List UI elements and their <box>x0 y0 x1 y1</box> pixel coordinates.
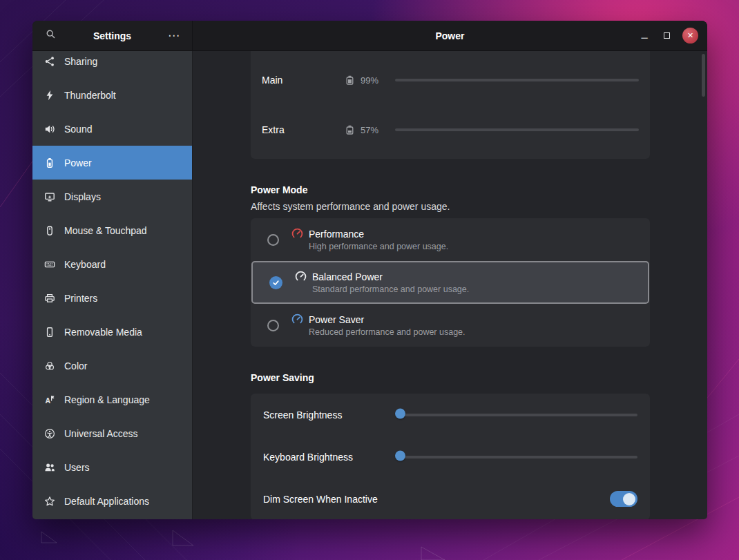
battery-row-extra: Extra 57% <box>251 105 650 155</box>
sidebar-item-default-applications[interactable]: Default Applications <box>32 484 192 518</box>
option-text: Balanced Power Standard performance and … <box>295 271 469 294</box>
power-mode-heading: Power Mode <box>251 184 650 196</box>
minimize-button[interactable]: ─ <box>638 30 651 42</box>
power-mode-card: Performance High performance and power u… <box>251 218 650 347</box>
sidebar-item-sharing[interactable]: Sharing <box>32 51 192 78</box>
battery-icon <box>44 157 55 168</box>
sidebar-item-label: Default Applications <box>64 496 149 507</box>
sidebar: Sharing Thunderbolt Sound Power Displays <box>32 51 193 519</box>
battery-percent: 99% <box>361 75 387 86</box>
search-button[interactable] <box>41 26 60 46</box>
option-text: Power Saver Reduced performance and powe… <box>291 313 466 337</box>
mouse-icon <box>44 225 55 236</box>
sidebar-item-power[interactable]: Power <box>32 146 192 180</box>
sidebar-item-label: Color <box>64 360 87 371</box>
radio-unchecked[interactable] <box>267 320 279 331</box>
display-icon <box>44 191 55 202</box>
close-button[interactable]: ✕ <box>682 28 698 44</box>
sidebar-item-displays[interactable]: Displays <box>32 180 192 213</box>
sidebar-item-printers[interactable]: Printers <box>32 281 192 315</box>
sidebar-item-label: Users <box>64 462 90 473</box>
option-label: Balanced Power <box>312 271 383 282</box>
power-mode-subtitle: Affects system performance and power usa… <box>251 201 650 213</box>
maximize-button[interactable] <box>660 30 673 42</box>
sidebar-item-label: Printers <box>64 293 97 304</box>
page-title: Power <box>435 30 464 41</box>
scrollbar-thumb[interactable] <box>702 54 705 97</box>
sidebar-item-region-language[interactable]: A Region & Language <box>32 383 192 416</box>
dim-screen-toggle[interactable] <box>610 491 637 507</box>
battery-card: Main 99% Extra 57% <box>251 51 650 159</box>
sidebar-item-removable-media[interactable]: Removable Media <box>32 315 192 349</box>
sidebar-item-users[interactable]: Users <box>32 450 192 484</box>
language-icon: A <box>44 394 55 405</box>
thunderbolt-icon <box>44 90 55 101</box>
toggle-knob <box>623 493 635 505</box>
close-icon: ✕ <box>687 31 693 40</box>
performance-gauge-icon <box>291 228 303 240</box>
check-icon <box>272 279 280 287</box>
option-description: Reduced performance and power usage. <box>309 327 466 337</box>
battery-name: Main <box>262 75 346 86</box>
battery-percent: 57% <box>361 125 387 135</box>
window-body: Sharing Thunderbolt Sound Power Displays <box>32 51 707 519</box>
keyboard-brightness-row: Keyboard Brightness <box>251 436 650 478</box>
printer-icon <box>44 293 55 304</box>
headerbar-sidebar-section: Settings ⋯ <box>32 21 193 50</box>
radio-unchecked[interactable] <box>267 234 279 246</box>
headerbar: Settings ⋯ Power ─ ✕ <box>32 21 707 51</box>
sidebar-item-sound[interactable]: Sound <box>32 112 192 146</box>
color-profile-icon <box>44 360 55 371</box>
battery-level-icon <box>346 125 354 135</box>
radio-checked[interactable] <box>269 276 282 289</box>
power-mode-option-performance[interactable]: Performance High performance and power u… <box>251 218 650 261</box>
sidebar-item-label: Keyboard <box>64 259 106 270</box>
minimize-icon: ─ <box>641 32 647 43</box>
sidebar-item-label: Power <box>64 157 92 168</box>
sidebar-item-color[interactable]: Color <box>32 349 192 383</box>
battery-progressbar <box>395 79 639 81</box>
share-icon <box>44 56 55 67</box>
sidebar-item-label: Mouse & Touchpad <box>64 225 147 236</box>
headerbar-content-section: Power ─ ✕ <box>193 21 707 50</box>
sidebar-item-universal-access[interactable]: Universal Access <box>32 416 192 450</box>
slider-handle[interactable] <box>395 408 405 418</box>
dim-screen-row: Dim Screen When Inactive <box>251 478 650 519</box>
menu-button[interactable]: ⋯ <box>164 26 184 46</box>
row-label: Dim Screen When Inactive <box>263 494 401 505</box>
sidebar-item-label: Displays <box>64 191 101 202</box>
balanced-gauge-icon <box>295 271 307 282</box>
sidebar-item-label: Removable Media <box>64 327 142 338</box>
users-icon <box>44 462 55 473</box>
removable-media-icon <box>44 327 55 338</box>
menu-dots-icon: ⋯ <box>168 28 180 43</box>
keyboard-brightness-slider[interactable] <box>401 456 637 458</box>
sidebar-item-label: Sharing <box>64 56 97 67</box>
sidebar-item-thunderbolt[interactable]: Thunderbolt <box>32 78 192 112</box>
option-label: Power Saver <box>309 314 364 325</box>
slider-handle[interactable] <box>395 450 405 461</box>
option-description: High performance and power usage. <box>309 242 448 251</box>
sidebar-item-label: Region & Language <box>64 394 150 405</box>
power-panel: Main 99% Extra 57% Power Mode Affects sy… <box>193 51 707 519</box>
row-label: Keyboard Brightness <box>263 452 401 463</box>
power-mode-option-power-saver[interactable]: Power Saver Reduced performance and powe… <box>251 304 650 347</box>
sidebar-item-label: Universal Access <box>64 428 138 439</box>
screen-brightness-row: Screen Brightness <box>251 394 650 436</box>
option-description: Standard performance and power usage. <box>312 284 469 294</box>
power-mode-option-balanced[interactable]: Balanced Power Standard performance and … <box>251 261 649 304</box>
row-label: Screen Brightness <box>263 409 401 421</box>
star-icon <box>44 496 55 507</box>
sound-icon <box>44 124 55 135</box>
sidebar-list: Sharing Thunderbolt Sound Power Displays <box>32 51 192 518</box>
keyboard-icon <box>44 259 55 270</box>
sidebar-item-mouse-touchpad[interactable]: Mouse & Touchpad <box>32 213 192 247</box>
sidebar-item-keyboard[interactable]: Keyboard <box>32 247 192 281</box>
sidebar-item-label: Thunderbolt <box>64 90 116 101</box>
option-label: Performance <box>309 229 364 240</box>
screen-brightness-slider[interactable] <box>401 414 637 416</box>
battery-name: Extra <box>262 124 346 135</box>
universal-access-icon <box>44 428 55 439</box>
battery-level-icon <box>346 75 354 85</box>
power-saving-heading: Power Saving <box>251 371 650 384</box>
